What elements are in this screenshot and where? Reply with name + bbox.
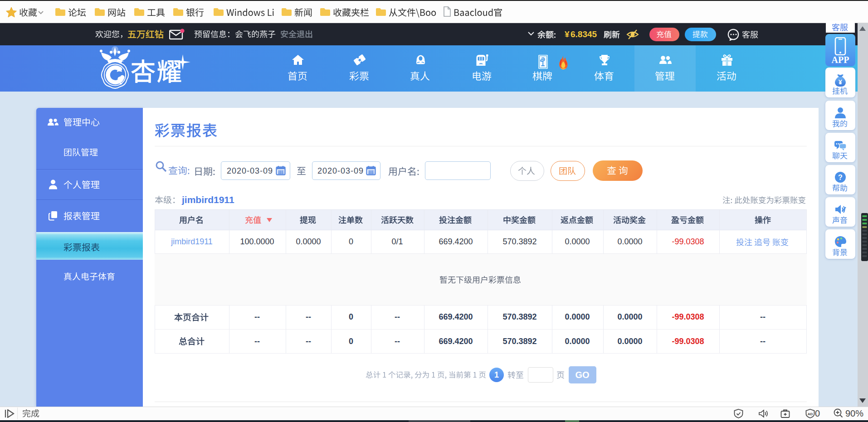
svg-text:AD: AD (808, 412, 813, 416)
svg-text:?: ? (838, 174, 843, 181)
